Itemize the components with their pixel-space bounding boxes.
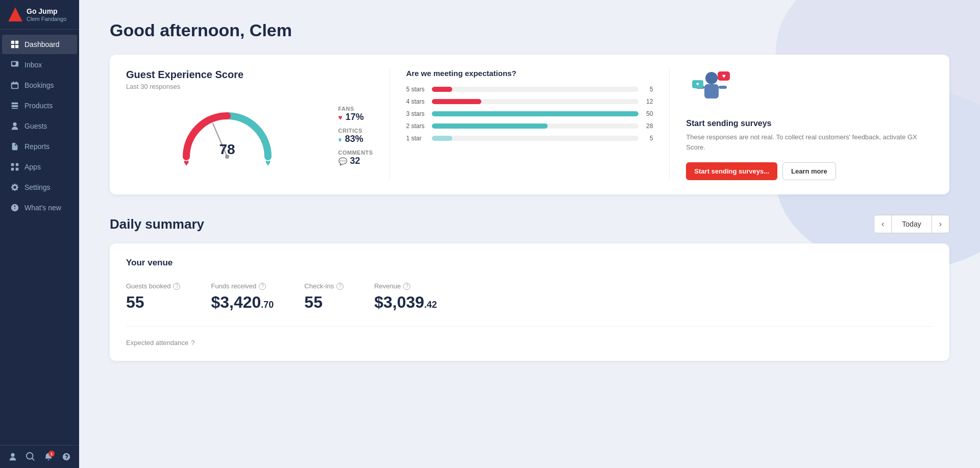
apps-label: Apps (24, 163, 41, 171)
app-name: Go Jump (27, 7, 66, 16)
prev-date-button[interactable]: ‹ (874, 215, 892, 233)
bar-fill (432, 136, 453, 141)
next-date-button[interactable]: › (932, 215, 949, 233)
bar-track (432, 136, 639, 141)
fans-icon: ♥ (338, 113, 342, 121)
metric-item: Guests booked ? 55 (126, 282, 180, 312)
sidebar-item-guests[interactable]: Guests (2, 116, 77, 136)
app-user: Clem Fandango (27, 16, 66, 22)
expected-label: Expected attendance ? (126, 339, 933, 347)
gauge-chart: 78 ♥ ♥ (176, 101, 278, 162)
gx-card: Guest Experience Score Last 30 responses (110, 55, 949, 194)
daily-summary-title: Daily summary (110, 216, 204, 232)
sidebar-logo: Go Jump Clem Fandango (0, 0, 79, 30)
svg-text:♥: ♥ (722, 72, 726, 80)
expected-help-icon[interactable]: ? (191, 339, 194, 347)
comments-stat: COMMENTS 💬 32 (338, 150, 373, 166)
surveys-illustration: ♥ ♥ (686, 69, 933, 112)
bar-fill (432, 124, 548, 129)
gx-subtitle: Last 30 responses (126, 83, 373, 90)
app-logo-icon (8, 7, 22, 21)
sidebar-item-inbox[interactable]: Inbox (2, 55, 77, 75)
gx-title: Guest Experience Score (126, 69, 373, 81)
bar-row: 5 stars 5 (406, 86, 653, 93)
metric-item: Revenue ? $3,039.42 (374, 282, 437, 312)
fans-value: 17% (346, 112, 364, 122)
sidebar-item-products[interactable]: Products (2, 96, 77, 115)
notifications-icon[interactable]: 1 (43, 452, 54, 462)
surveys-section: ♥ ♥ Start sending surveys These response… (670, 69, 933, 180)
svg-text:♥: ♥ (696, 81, 699, 87)
reports-label: Reports (24, 142, 50, 151)
inbox-icon (10, 60, 19, 69)
date-label: Today (892, 216, 931, 232)
metric-cents: .70 (261, 300, 274, 310)
metric-help-icon[interactable]: ? (336, 283, 344, 290)
surveys-buttons: Start sending surveys... Learn more (686, 162, 933, 180)
fans-stat: FANS ♥ 17% (338, 106, 373, 122)
guests-icon (10, 121, 19, 131)
bar-fill (432, 111, 639, 116)
help-icon[interactable] (61, 452, 71, 462)
bookings-icon (10, 81, 19, 90)
guests-label: Guests (24, 122, 47, 130)
comments-value: 32 (350, 156, 360, 166)
dashboard-label: Dashboard (24, 40, 60, 48)
metric-help-icon[interactable]: ? (259, 283, 266, 290)
reports-icon (10, 142, 19, 151)
svg-rect-18 (719, 86, 727, 89)
whats-new-label: What's new (24, 204, 61, 212)
sidebar-item-settings[interactable]: Settings (2, 178, 77, 197)
metric-label-text: Check-ins (304, 282, 334, 290)
inbox-label: Inbox (24, 61, 42, 69)
critics-value: 83% (345, 134, 363, 144)
svg-text:♥: ♥ (265, 158, 271, 167)
svg-text:78: 78 (219, 141, 235, 157)
metrics-row: Guests booked ? 55 Funds received ? $3,4… (126, 282, 933, 312)
products-icon (10, 101, 19, 110)
svg-text:♥: ♥ (183, 158, 189, 167)
fans-label: FANS (338, 106, 373, 112)
svg-rect-5 (16, 163, 18, 166)
bar-row: 3 stars 50 (406, 110, 653, 117)
sidebar-item-reports[interactable]: Reports (2, 137, 77, 156)
user-icon[interactable] (8, 452, 18, 462)
venue-card: Your venue Guests booked ? 55 Funds rece… (110, 243, 949, 361)
sidebar-item-apps[interactable]: Apps (2, 157, 77, 177)
metric-help-icon[interactable]: ? (403, 283, 410, 290)
comments-label: COMMENTS (338, 150, 373, 156)
svg-rect-3 (15, 45, 18, 48)
sidebar-item-dashboard[interactable]: Dashboard (2, 35, 77, 54)
expectations-section: Are we meeting expectations? 5 stars 5 4… (390, 69, 670, 180)
svg-rect-16 (704, 84, 719, 98)
search-icon[interactable] (26, 452, 36, 462)
comments-icon: 💬 (338, 157, 347, 165)
bar-track (432, 111, 639, 116)
page-greeting: Good afternoon, Clem (110, 20, 949, 40)
start-surveys-button[interactable]: Start sending surveys... (686, 162, 777, 180)
svg-point-15 (705, 72, 718, 84)
dashboard-icon (10, 40, 19, 49)
venue-title: Your venue (126, 258, 933, 268)
metric-value: 55 (126, 293, 144, 311)
bars-container: 5 stars 5 4 stars 12 3 stars 50 2 stars … (406, 86, 653, 142)
learn-more-button[interactable]: Learn more (782, 162, 836, 180)
svg-rect-7 (16, 168, 18, 170)
bar-track (432, 87, 639, 92)
metric-value: 55 (304, 293, 323, 311)
apps-icon (10, 162, 19, 171)
critics-icon: ♦ (338, 135, 342, 143)
svg-rect-0 (11, 41, 14, 44)
bookings-label: Bookings (24, 81, 54, 89)
bar-fill (432, 87, 453, 92)
bar-row: 1 star 5 (406, 135, 653, 142)
sidebar-item-bookings[interactable]: Bookings (2, 76, 77, 95)
sidebar-item-whats-new[interactable]: What's new (2, 198, 77, 217)
settings-label: Settings (24, 183, 51, 191)
bar-track (432, 124, 639, 129)
metric-help-icon[interactable]: ? (173, 283, 180, 290)
sidebar: Go Jump Clem Fandango Dashboard Inbox Bo… (0, 0, 79, 468)
bar-row: 4 stars 12 (406, 98, 653, 105)
metric-item: Check-ins ? 55 (304, 282, 344, 312)
main-content: Good afternoon, Clem Guest Experience Sc… (79, 0, 980, 468)
